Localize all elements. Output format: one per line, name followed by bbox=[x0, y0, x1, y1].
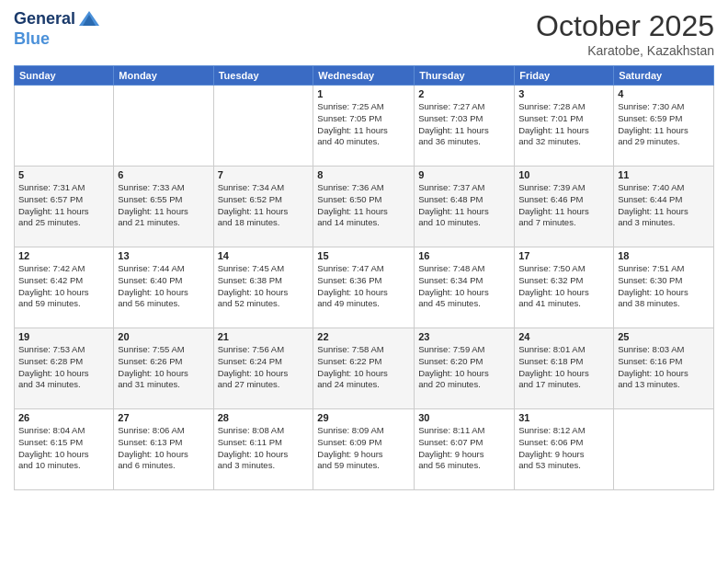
calendar-cell: 29Sunrise: 8:09 AM Sunset: 6:09 PM Dayli… bbox=[313, 409, 415, 490]
calendar-cell: 22Sunrise: 7:58 AM Sunset: 6:22 PM Dayli… bbox=[313, 328, 415, 409]
calendar-header-row: Sunday Monday Tuesday Wednesday Thursday… bbox=[15, 66, 714, 86]
day-number: 5 bbox=[18, 169, 109, 180]
day-number: 3 bbox=[518, 88, 609, 99]
col-sunday: Sunday bbox=[15, 66, 114, 86]
logo-line2: Blue bbox=[14, 29, 103, 49]
day-number: 30 bbox=[418, 412, 510, 423]
day-info: Sunrise: 7:40 AM Sunset: 6:44 PM Dayligh… bbox=[618, 182, 710, 229]
day-info: Sunrise: 8:12 AM Sunset: 6:06 PM Dayligh… bbox=[518, 425, 609, 472]
logo-line1: General bbox=[14, 10, 75, 29]
calendar-week-row: 5Sunrise: 7:31 AM Sunset: 6:57 PM Daylig… bbox=[15, 167, 714, 247]
day-info: Sunrise: 7:37 AM Sunset: 6:48 PM Dayligh… bbox=[418, 182, 510, 229]
calendar-cell: 1Sunrise: 7:25 AM Sunset: 7:05 PM Daylig… bbox=[313, 86, 415, 167]
day-number: 7 bbox=[218, 169, 310, 180]
day-number: 15 bbox=[317, 250, 410, 261]
day-info: Sunrise: 8:03 AM Sunset: 6:16 PM Dayligh… bbox=[618, 344, 710, 391]
day-info: Sunrise: 7:44 AM Sunset: 6:40 PM Dayligh… bbox=[118, 263, 209, 310]
calendar-cell: 18Sunrise: 7:51 AM Sunset: 6:30 PM Dayli… bbox=[614, 247, 714, 328]
calendar-week-row: 1Sunrise: 7:25 AM Sunset: 7:05 PM Daylig… bbox=[15, 86, 714, 167]
day-number: 24 bbox=[518, 331, 609, 342]
day-number: 12 bbox=[18, 250, 109, 261]
calendar-cell: 30Sunrise: 8:11 AM Sunset: 6:07 PM Dayli… bbox=[415, 409, 515, 490]
calendar-cell bbox=[15, 86, 114, 167]
calendar-cell: 19Sunrise: 7:53 AM Sunset: 6:28 PM Dayli… bbox=[15, 328, 114, 409]
calendar-cell: 5Sunrise: 7:31 AM Sunset: 6:57 PM Daylig… bbox=[15, 167, 114, 247]
day-info: Sunrise: 7:28 AM Sunset: 7:01 PM Dayligh… bbox=[518, 101, 609, 148]
calendar-cell: 3Sunrise: 7:28 AM Sunset: 7:01 PM Daylig… bbox=[515, 86, 614, 167]
day-info: Sunrise: 8:08 AM Sunset: 6:11 PM Dayligh… bbox=[218, 425, 310, 472]
calendar-cell bbox=[213, 86, 313, 167]
calendar-cell: 10Sunrise: 7:39 AM Sunset: 6:46 PM Dayli… bbox=[515, 167, 614, 247]
day-info: Sunrise: 7:58 AM Sunset: 6:22 PM Dayligh… bbox=[317, 344, 410, 391]
calendar-cell: 20Sunrise: 7:55 AM Sunset: 6:26 PM Dayli… bbox=[114, 328, 213, 409]
calendar-cell: 7Sunrise: 7:34 AM Sunset: 6:52 PM Daylig… bbox=[213, 167, 313, 247]
calendar-cell: 4Sunrise: 7:30 AM Sunset: 6:59 PM Daylig… bbox=[614, 86, 714, 167]
col-tuesday: Tuesday bbox=[213, 66, 313, 86]
day-number: 28 bbox=[218, 412, 310, 423]
header: General Blue October 2025 Karatobe, Kaza… bbox=[14, 9, 714, 58]
day-number: 23 bbox=[418, 331, 510, 342]
day-number: 26 bbox=[18, 412, 109, 423]
calendar-table: Sunday Monday Tuesday Wednesday Thursday… bbox=[14, 65, 714, 490]
day-info: Sunrise: 8:09 AM Sunset: 6:09 PM Dayligh… bbox=[317, 425, 410, 472]
day-number: 8 bbox=[317, 169, 410, 180]
logo: General Blue bbox=[14, 9, 103, 49]
day-number: 9 bbox=[418, 169, 510, 180]
day-info: Sunrise: 7:25 AM Sunset: 7:05 PM Dayligh… bbox=[317, 101, 410, 148]
day-info: Sunrise: 8:06 AM Sunset: 6:13 PM Dayligh… bbox=[118, 425, 209, 472]
col-monday: Monday bbox=[114, 66, 213, 86]
day-number: 6 bbox=[118, 169, 209, 180]
col-friday: Friday bbox=[515, 66, 614, 86]
calendar-cell: 26Sunrise: 8:04 AM Sunset: 6:15 PM Dayli… bbox=[15, 409, 114, 490]
day-info: Sunrise: 7:27 AM Sunset: 7:03 PM Dayligh… bbox=[418, 101, 510, 148]
day-info: Sunrise: 7:55 AM Sunset: 6:26 PM Dayligh… bbox=[118, 344, 209, 391]
day-number: 13 bbox=[118, 250, 209, 261]
calendar-cell: 14Sunrise: 7:45 AM Sunset: 6:38 PM Dayli… bbox=[213, 247, 313, 328]
day-info: Sunrise: 7:31 AM Sunset: 6:57 PM Dayligh… bbox=[18, 182, 109, 229]
day-info: Sunrise: 7:33 AM Sunset: 6:55 PM Dayligh… bbox=[118, 182, 209, 229]
calendar-cell: 11Sunrise: 7:40 AM Sunset: 6:44 PM Dayli… bbox=[614, 167, 714, 247]
day-info: Sunrise: 7:30 AM Sunset: 6:59 PM Dayligh… bbox=[618, 101, 710, 148]
calendar-cell bbox=[114, 86, 213, 167]
title-block: October 2025 Karatobe, Kazakhstan bbox=[536, 9, 714, 58]
location-subtitle: Karatobe, Kazakhstan bbox=[536, 43, 714, 58]
calendar-cell: 8Sunrise: 7:36 AM Sunset: 6:50 PM Daylig… bbox=[313, 167, 415, 247]
day-number: 29 bbox=[317, 412, 410, 423]
day-info: Sunrise: 7:34 AM Sunset: 6:52 PM Dayligh… bbox=[218, 182, 310, 229]
day-info: Sunrise: 7:39 AM Sunset: 6:46 PM Dayligh… bbox=[518, 182, 609, 229]
day-number: 18 bbox=[618, 250, 710, 261]
day-info: Sunrise: 7:48 AM Sunset: 6:34 PM Dayligh… bbox=[418, 263, 510, 310]
calendar-cell: 23Sunrise: 7:59 AM Sunset: 6:20 PM Dayli… bbox=[415, 328, 515, 409]
calendar-cell: 31Sunrise: 8:12 AM Sunset: 6:06 PM Dayli… bbox=[515, 409, 614, 490]
day-number: 25 bbox=[618, 331, 710, 342]
calendar-cell bbox=[614, 409, 714, 490]
month-title: October 2025 bbox=[536, 9, 714, 43]
calendar-week-row: 26Sunrise: 8:04 AM Sunset: 6:15 PM Dayli… bbox=[15, 409, 714, 490]
logo-icon bbox=[77, 9, 101, 29]
calendar-cell: 16Sunrise: 7:48 AM Sunset: 6:34 PM Dayli… bbox=[415, 247, 515, 328]
day-number: 19 bbox=[18, 331, 109, 342]
day-number: 2 bbox=[418, 88, 510, 99]
day-number: 22 bbox=[317, 331, 410, 342]
day-number: 20 bbox=[118, 331, 209, 342]
day-number: 21 bbox=[218, 331, 310, 342]
day-number: 14 bbox=[218, 250, 310, 261]
day-number: 17 bbox=[518, 250, 609, 261]
day-info: Sunrise: 7:59 AM Sunset: 6:20 PM Dayligh… bbox=[418, 344, 510, 391]
day-info: Sunrise: 7:47 AM Sunset: 6:36 PM Dayligh… bbox=[317, 263, 410, 310]
day-number: 10 bbox=[518, 169, 609, 180]
day-info: Sunrise: 7:42 AM Sunset: 6:42 PM Dayligh… bbox=[18, 263, 109, 310]
day-number: 1 bbox=[317, 88, 410, 99]
calendar-week-row: 19Sunrise: 7:53 AM Sunset: 6:28 PM Dayli… bbox=[15, 328, 714, 409]
day-number: 31 bbox=[518, 412, 609, 423]
col-thursday: Thursday bbox=[415, 66, 515, 86]
calendar-cell: 9Sunrise: 7:37 AM Sunset: 6:48 PM Daylig… bbox=[415, 167, 515, 247]
day-number: 11 bbox=[618, 169, 710, 180]
calendar-week-row: 12Sunrise: 7:42 AM Sunset: 6:42 PM Dayli… bbox=[15, 247, 714, 328]
day-number: 16 bbox=[418, 250, 510, 261]
calendar-cell: 17Sunrise: 7:50 AM Sunset: 6:32 PM Dayli… bbox=[515, 247, 614, 328]
day-info: Sunrise: 7:51 AM Sunset: 6:30 PM Dayligh… bbox=[618, 263, 710, 310]
day-info: Sunrise: 7:36 AM Sunset: 6:50 PM Dayligh… bbox=[317, 182, 410, 229]
calendar-cell: 25Sunrise: 8:03 AM Sunset: 6:16 PM Dayli… bbox=[614, 328, 714, 409]
day-info: Sunrise: 7:53 AM Sunset: 6:28 PM Dayligh… bbox=[18, 344, 109, 391]
